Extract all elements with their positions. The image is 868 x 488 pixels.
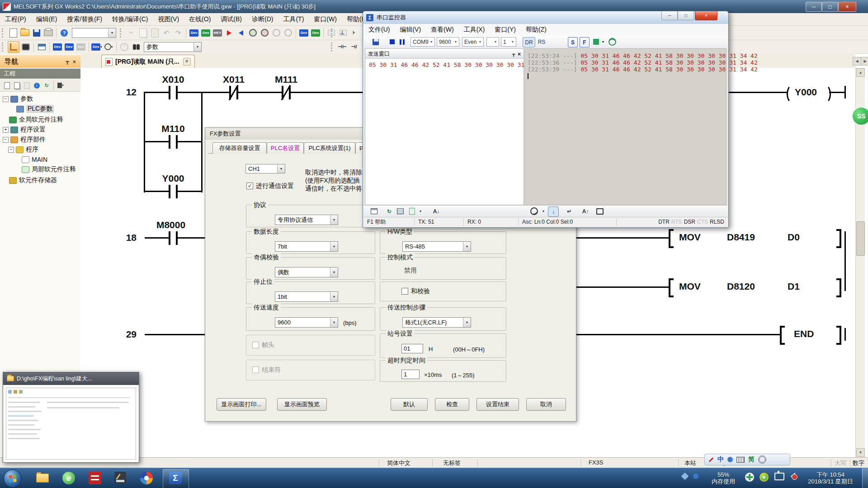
s-mode-button[interactable]: S — [568, 37, 578, 47]
menu-search-replace[interactable]: 搜索/替换(F) — [62, 13, 107, 25]
parity-combobox[interactable]: 偶数 ▼ — [275, 267, 338, 277]
sort-descending-icon[interactable]: A↓ — [431, 206, 441, 216]
device-batch-icon[interactable]: Dev — [310, 28, 321, 38]
chinese-mode-icon[interactable]: 中 — [717, 455, 724, 464]
taskbar-explorer-icon[interactable] — [35, 471, 50, 485]
finish-setting-button[interactable]: 设置结束 — [476, 398, 519, 411]
tab-scroll-right-icon[interactable]: ▶ — [861, 57, 868, 66]
dropdown-icon[interactable]: ▼ — [330, 318, 338, 327]
mov-src[interactable]: D8120 — [727, 281, 755, 292]
newline-icon[interactable]: ↵ — [564, 206, 574, 216]
collapse-icon[interactable]: − — [8, 147, 14, 153]
tab-plc-system1[interactable]: PLC系统设置(1) — [304, 142, 355, 154]
refresh-icon[interactable]: ↻ — [42, 81, 51, 89]
close-icon[interactable]: × — [518, 51, 521, 57]
sync-globe-icon[interactable] — [608, 37, 617, 47]
menu-project[interactable]: 工程(P) — [0, 13, 31, 25]
taskbar-browser-icon[interactable]: e — [61, 471, 76, 485]
open-contact-icon[interactable]: ⊣⊢ — [337, 42, 348, 52]
pin-icon[interactable]: ┳ — [512, 52, 515, 56]
tab-memory-capacity[interactable]: 存储器容量设置 — [212, 142, 267, 154]
dropdown-icon[interactable]: ▼ — [541, 206, 546, 216]
device-monitor-icon[interactable]: Dev — [200, 28, 211, 38]
taskbar-red-app-icon[interactable] — [88, 471, 102, 485]
tree-item-global-comment[interactable]: 全局软元件注释 — [0, 115, 90, 125]
dropdown-icon[interactable]: ▼ — [600, 37, 606, 47]
gear-icon[interactable] — [758, 455, 766, 464]
protocol-combobox[interactable]: 专用协议通信 ▼ — [275, 215, 338, 225]
stop-icon[interactable] — [387, 37, 397, 47]
zoom-in-icon[interactable] — [271, 28, 282, 38]
device-display-icon[interactable]: Dev — [298, 28, 309, 38]
pause-icon[interactable] — [397, 37, 407, 47]
taskbar-notepad-icon[interactable] — [113, 471, 127, 485]
dropdown-icon[interactable]: ▼ — [330, 242, 338, 251]
tray-360-icon[interactable]: + — [759, 473, 769, 482]
f-mode-button[interactable]: F — [580, 37, 590, 47]
scrollbar-thumb[interactable] — [856, 221, 865, 256]
find-binoculars-icon[interactable] — [131, 42, 142, 52]
dropdown-icon[interactable]: ▼ — [330, 267, 338, 277]
monitor-menu-help[interactable]: 帮助(Z) — [521, 24, 552, 36]
channel-combobox[interactable]: CH1 ▼ — [245, 164, 285, 174]
contact-m8000[interactable] — [169, 231, 178, 245]
databits-combobox[interactable]: ▼ — [486, 37, 499, 47]
contact-m110[interactable] — [169, 135, 178, 149]
editor-vertical-scrollbar[interactable]: ▲ ▼ — [855, 68, 865, 457]
monitor-start-icon[interactable] — [247, 28, 258, 38]
main-maximize-button[interactable]: □ — [822, 2, 838, 12]
info-icon[interactable]: i — [33, 81, 41, 89]
monitor-menu-view[interactable]: 查看(W) — [426, 24, 459, 36]
menu-tools[interactable]: 工具(T) — [278, 13, 309, 25]
filter-icon[interactable]: ▾ — [57, 81, 65, 89]
stopbits-combobox[interactable]: 1▼ — [501, 37, 516, 47]
mov-dst[interactable]: D1 — [788, 281, 800, 292]
navigation-toggle-icon[interactable] — [8, 41, 19, 53]
dropdown-icon[interactable]: ▼ — [330, 292, 338, 301]
context-help-icon[interactable]: ? — [119, 42, 130, 52]
cancel-button[interactable]: 取消 — [526, 398, 566, 411]
dropdown-icon[interactable]: ▼ — [330, 215, 338, 225]
expand-icon[interactable]: + — [3, 127, 9, 133]
open-project-icon[interactable] — [19, 28, 30, 38]
explorer-preview-window[interactable]: D:\gho\FX编程\san ling\建大... — [3, 372, 139, 463]
tab-plc-name[interactable]: PLC名设置 — [267, 142, 304, 154]
copy-item-icon[interactable] — [13, 81, 21, 89]
taskbar-clock[interactable]: 下午 10:54 2018/3/11 星期日 — [801, 471, 860, 485]
tab-close-icon[interactable]: × — [183, 58, 191, 66]
tray-display-icon[interactable] — [774, 473, 785, 480]
ime-language-bar[interactable]: 中 简 — [704, 454, 790, 465]
dropdown-icon[interactable]: ▼ — [277, 164, 285, 173]
output-window-icon[interactable] — [36, 42, 47, 52]
write-to-plc-icon[interactable] — [224, 28, 235, 38]
print-preview-button[interactable]: 显示画面预览 — [277, 398, 327, 411]
tree-item-program-setting[interactable]: + 程序设置 — [0, 125, 83, 135]
device-comment-icon[interactable]: Dev — [189, 28, 199, 38]
check-button[interactable]: 检查 — [435, 398, 469, 411]
ladder-symbol-icon[interactable]: ⊥ — [337, 28, 348, 38]
monitor-menu-file[interactable]: 文件(U) — [363, 24, 395, 36]
start-button[interactable] — [4, 469, 22, 488]
tray-doctor-icon[interactable] — [744, 473, 755, 482]
end-instruction[interactable]: END — [794, 328, 814, 339]
color-swatch-icon[interactable] — [592, 37, 599, 47]
close-icon[interactable]: × — [72, 58, 76, 65]
coil-label[interactable]: Y000 — [795, 87, 817, 98]
clock-icon[interactable] — [529, 206, 539, 216]
device-watch-icon[interactable]: Dev▾ — [91, 42, 102, 52]
menu-window[interactable]: 窗口(W) — [309, 13, 342, 25]
undo-icon[interactable]: ↶ — [161, 28, 172, 38]
hw-type-combobox[interactable]: RS-485 ▼ — [402, 241, 471, 252]
main-close-button[interactable]: × — [838, 2, 856, 12]
device-find-icon[interactable]: ▾ — [103, 42, 114, 52]
monitor-maximize-button[interactable]: □ — [678, 11, 694, 20]
device-comment-edit-icon[interactable]: Dev — [52, 42, 63, 52]
tree-item-parameter[interactable]: − 参数 — [0, 94, 83, 104]
tray-pen-icon[interactable] — [681, 474, 689, 479]
zoom-out-icon[interactable] — [283, 28, 293, 38]
mov-dst[interactable]: D0 — [788, 232, 800, 243]
dropdown-icon[interactable]: ▼ — [108, 28, 116, 38]
menu-diagnostics[interactable]: 诊断(D) — [247, 13, 278, 25]
menu-online[interactable]: 在线(O) — [184, 13, 216, 25]
show-desktop-button[interactable] — [862, 468, 868, 488]
